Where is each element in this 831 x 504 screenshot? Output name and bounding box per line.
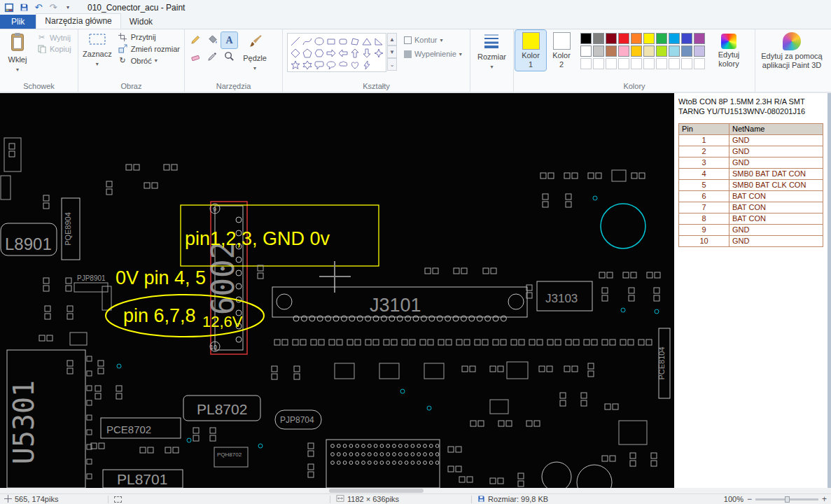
- shape-triangle[interactable]: [361, 35, 372, 47]
- shape-rounded-callout[interactable]: [313, 59, 325, 71]
- zoom-slider[interactable]: [755, 498, 818, 500]
- shapes-more-icon[interactable]: ⌄: [387, 58, 397, 71]
- shape-oval-callout[interactable]: [325, 59, 337, 71]
- paste-button[interactable]: Wklej▾: [1, 30, 34, 75]
- shape-diamond[interactable]: [289, 47, 301, 59]
- crop-button[interactable]: Przytnij: [115, 32, 183, 42]
- palette-color[interactable]: [656, 33, 667, 44]
- shapes-scroll-up-icon[interactable]: ▲: [387, 33, 397, 46]
- palette-color[interactable]: [656, 58, 667, 69]
- palette-color[interactable]: [694, 33, 705, 44]
- palette-color[interactable]: [618, 46, 629, 57]
- brushes-dropdown-icon[interactable]: ▾: [253, 65, 256, 71]
- brushes-button[interactable]: Pędzle▾: [239, 30, 271, 74]
- palette-color[interactable]: [669, 58, 680, 69]
- text-tool[interactable]: A: [221, 32, 237, 48]
- palette-color[interactable]: [681, 33, 692, 44]
- palette-color[interactable]: [593, 33, 604, 44]
- pencil-tool[interactable]: [188, 32, 204, 48]
- size-dropdown-icon[interactable]: ▾: [490, 64, 493, 70]
- shape-left-arrow[interactable]: [337, 47, 349, 59]
- fill-tool[interactable]: [204, 32, 221, 48]
- undo-button[interactable]: ↶: [32, 1, 45, 14]
- tab-view[interactable]: Widok: [121, 15, 161, 29]
- scrollbar-thumb[interactable]: [329, 489, 424, 493]
- shape-line[interactable]: [289, 35, 301, 47]
- tab-file[interactable]: Plik: [0, 15, 36, 29]
- shape-polygon[interactable]: [349, 35, 361, 47]
- palette-color[interactable]: [631, 33, 642, 44]
- palette-color[interactable]: [694, 58, 705, 69]
- shape-down-arrow[interactable]: [361, 47, 372, 59]
- palette-color[interactable]: [643, 33, 655, 44]
- palette-color[interactable]: [580, 58, 592, 69]
- cut-button[interactable]: ✂Wytnij: [34, 32, 74, 43]
- palette-color[interactable]: [681, 46, 692, 57]
- redo-button[interactable]: ↷: [47, 1, 60, 14]
- palette-color[interactable]: [618, 33, 629, 44]
- palette-color[interactable]: [593, 46, 604, 57]
- save-button[interactable]: [18, 1, 30, 14]
- shape-right-arrow[interactable]: [325, 47, 337, 59]
- shape-five-point-star[interactable]: [289, 59, 301, 71]
- select-dropdown-icon[interactable]: ▾: [96, 61, 99, 67]
- palette-color[interactable]: [656, 46, 667, 57]
- rotate-dropdown-icon[interactable]: ▾: [155, 57, 158, 64]
- color2-button[interactable]: Kolor 2: [546, 30, 577, 71]
- palette-color[interactable]: [618, 58, 629, 69]
- magnifier-tool[interactable]: [221, 49, 237, 65]
- shape-rectangle[interactable]: [325, 35, 337, 47]
- size-button[interactable]: Rozmiar▾: [474, 30, 510, 72]
- shape-hexagon[interactable]: [313, 47, 325, 59]
- palette-color[interactable]: [631, 46, 642, 57]
- outline-dropdown-icon[interactable]: ▾: [440, 37, 442, 43]
- palette-color[interactable]: [593, 58, 604, 69]
- shape-cloud-callout[interactable]: [337, 59, 349, 71]
- resize-button[interactable]: Zmień rozmiar: [115, 43, 183, 54]
- tab-home[interactable]: Narzędzia główne: [36, 13, 120, 29]
- paint3d-button[interactable]: Edytuj za pomocą aplikacji Paint 3D: [757, 30, 826, 71]
- palette-color[interactable]: [631, 58, 642, 69]
- rotate-icon: ↻: [118, 56, 128, 65]
- edit-colors-button[interactable]: Edytuj kolory: [709, 30, 748, 68]
- palette-color[interactable]: [643, 46, 655, 57]
- shape-six-point-star[interactable]: [301, 59, 313, 71]
- color1-button[interactable]: Kolor 1: [515, 30, 546, 71]
- shape-right-triangle[interactable]: [372, 35, 384, 47]
- paste-dropdown-icon[interactable]: ▾: [16, 66, 19, 73]
- zoom-out-button[interactable]: −: [747, 494, 752, 504]
- fill-dropdown-icon[interactable]: ▾: [459, 51, 462, 57]
- palette-color[interactable]: [580, 33, 592, 44]
- palette-color[interactable]: [643, 58, 655, 69]
- select-button[interactable]: Zaznacz▾: [80, 30, 115, 69]
- palette-color[interactable]: [580, 46, 592, 57]
- palette-color[interactable]: [694, 46, 705, 57]
- fill-button[interactable]: Wypełnienie ▾: [404, 50, 462, 58]
- horizontal-scrollbar[interactable]: [0, 488, 831, 493]
- shape-up-arrow[interactable]: [349, 47, 361, 59]
- zoom-in-button[interactable]: +: [822, 494, 827, 504]
- palette-color[interactable]: [669, 33, 680, 44]
- rotate-button[interactable]: ↻Obróć ▾: [115, 55, 183, 66]
- shape-four-point-star[interactable]: [372, 47, 384, 59]
- shape-oval[interactable]: [313, 35, 325, 47]
- eraser-tool[interactable]: [188, 49, 204, 65]
- palette-color[interactable]: [606, 46, 617, 57]
- edit-colors-icon: [721, 34, 736, 49]
- qat-customize-button[interactable]: ▾: [62, 1, 74, 14]
- palette-color[interactable]: [669, 46, 680, 57]
- copy-button[interactable]: Kopiuj: [34, 44, 74, 54]
- shape-rounded-rectangle[interactable]: [337, 35, 349, 47]
- shape-pentagon[interactable]: [301, 47, 313, 59]
- palette-color[interactable]: [606, 58, 617, 69]
- color-picker-tool[interactable]: [204, 49, 221, 65]
- outline-button[interactable]: Kontur ▾: [404, 36, 462, 44]
- pcb-canvas[interactable]: L8901PQE8904PJP89019106002pin1,2,3, GND …: [0, 93, 674, 488]
- shape-lightning[interactable]: [361, 59, 372, 71]
- shape-heart[interactable]: [349, 59, 361, 71]
- palette-color[interactable]: [606, 33, 617, 44]
- palette-color[interactable]: [681, 58, 692, 69]
- zoom-slider-thumb[interactable]: [785, 496, 790, 503]
- shapes-scroll-down-icon[interactable]: ▼: [387, 46, 397, 58]
- shape-curve[interactable]: [301, 35, 313, 47]
